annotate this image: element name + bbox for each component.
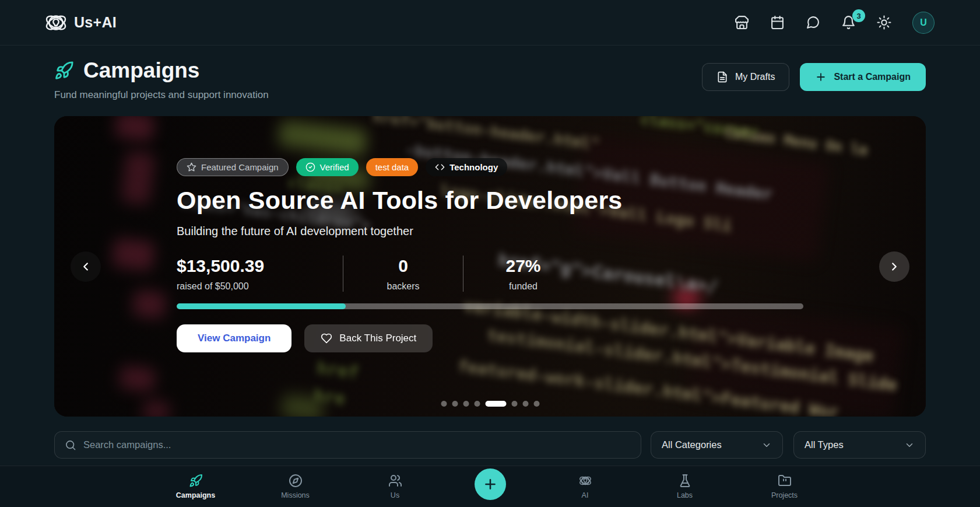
nav-label-projects: Projects bbox=[771, 491, 798, 499]
stat-funded: 27% funded bbox=[490, 256, 557, 292]
nav-item-missions[interactable]: Missions bbox=[275, 474, 316, 499]
stat-divider bbox=[343, 256, 343, 292]
start-campaign-button[interactable]: Start a Campaign bbox=[800, 63, 926, 91]
back-this-project-button[interactable]: Back This Project bbox=[304, 324, 433, 352]
chat-bubble-icon bbox=[806, 15, 820, 30]
nav-item-ai[interactable]: AI bbox=[565, 474, 606, 499]
progress-fill bbox=[177, 303, 346, 309]
topbar-actions: 3 U bbox=[735, 12, 935, 34]
view-campaign-button[interactable]: View Campaign bbox=[177, 324, 291, 352]
carousel-dot[interactable] bbox=[474, 401, 480, 407]
carousel-dot[interactable] bbox=[522, 401, 528, 407]
carousel-dot[interactable] bbox=[441, 401, 447, 407]
my-drafts-label: My Drafts bbox=[735, 72, 775, 82]
carousel-dot-active[interactable] bbox=[485, 401, 506, 407]
stat-divider bbox=[463, 256, 463, 292]
test-data-badge-label: test data bbox=[375, 162, 409, 172]
notifications-button[interactable]: 3 bbox=[841, 15, 856, 30]
rocket-icon bbox=[189, 474, 203, 488]
featured-campaign-carousel: href="button-header.html"class="cornerCo… bbox=[54, 116, 926, 417]
filters-row: All Categories All Types bbox=[54, 431, 926, 459]
category-badge-label: Technology bbox=[449, 162, 498, 172]
category-filter-value: All Categories bbox=[662, 439, 722, 450]
stat-raised: $13,500.39 raised of $50,000 bbox=[177, 256, 317, 292]
backers-label: backers bbox=[387, 281, 419, 292]
stat-backers: 0 backers bbox=[370, 256, 437, 292]
notification-count-badge: 3 bbox=[852, 9, 865, 22]
test-data-badge: test data bbox=[366, 158, 419, 176]
category-filter-select[interactable]: All Categories bbox=[651, 431, 783, 459]
chevron-left-icon bbox=[79, 260, 92, 273]
campaign-subtitle: Building the future of AI development to… bbox=[177, 225, 803, 238]
code-icon bbox=[435, 162, 445, 172]
search-box bbox=[54, 431, 641, 459]
nav-item-projects[interactable]: Projects bbox=[764, 474, 805, 499]
carousel-dot[interactable] bbox=[452, 401, 458, 407]
logo-text: Us+AI bbox=[74, 14, 117, 31]
backers-count: 0 bbox=[398, 256, 408, 276]
check-circle-icon bbox=[305, 162, 315, 172]
nav-label-campaigns: Campaigns bbox=[176, 491, 215, 499]
featured-badge-label: Featured Campaign bbox=[201, 162, 279, 172]
verified-badge: Verified bbox=[296, 158, 359, 176]
heart-icon bbox=[321, 333, 332, 344]
atom-lightbulb-icon bbox=[578, 474, 592, 488]
verified-badge-label: Verified bbox=[320, 162, 349, 172]
carousel-dot[interactable] bbox=[511, 401, 517, 407]
nav-item-labs[interactable]: Labs bbox=[665, 474, 705, 499]
plus-icon bbox=[483, 477, 498, 492]
folder-icon bbox=[778, 474, 792, 488]
hero-actions: View Campaign Back This Project bbox=[177, 324, 803, 352]
calendar-icon bbox=[770, 15, 785, 30]
plus-icon bbox=[815, 71, 827, 83]
search-icon bbox=[65, 439, 76, 451]
calendar-button[interactable] bbox=[770, 15, 785, 30]
create-button[interactable] bbox=[475, 468, 506, 500]
store-button[interactable] bbox=[735, 15, 749, 30]
nav-item-us[interactable]: Us bbox=[375, 474, 416, 499]
funded-label: funded bbox=[509, 281, 538, 292]
funding-progress-bar bbox=[177, 303, 803, 309]
page: { "topbar": { "logo_text": "Us+AI", "not… bbox=[0, 0, 980, 507]
chevron-right-icon bbox=[888, 260, 901, 273]
main-content: Campaigns Fund meaningful projects and s… bbox=[0, 58, 980, 459]
sun-icon bbox=[877, 15, 891, 30]
app-logo[interactable]: Us+AI bbox=[44, 11, 117, 35]
back-this-project-label: Back This Project bbox=[339, 333, 416, 344]
chevron-down-icon bbox=[904, 440, 915, 450]
my-drafts-button[interactable]: My Drafts bbox=[702, 63, 789, 91]
topbar: Us+AI bbox=[0, 0, 980, 46]
search-campaigns-input[interactable] bbox=[83, 439, 631, 450]
compass-icon bbox=[289, 474, 303, 488]
page-header: Campaigns Fund meaningful projects and s… bbox=[54, 58, 926, 101]
carousel-dots bbox=[441, 401, 539, 407]
start-campaign-label: Start a Campaign bbox=[834, 72, 911, 82]
theme-toggle-button[interactable] bbox=[877, 15, 891, 30]
type-filter-value: All Types bbox=[805, 439, 844, 450]
nav-label-ai: AI bbox=[582, 491, 589, 499]
chevron-down-icon bbox=[761, 440, 772, 450]
carousel-next-button[interactable] bbox=[879, 251, 909, 282]
user-avatar[interactable]: U bbox=[912, 12, 935, 34]
star-icon bbox=[187, 162, 196, 172]
document-icon bbox=[716, 71, 728, 83]
raised-amount: $13,500.39 bbox=[177, 256, 264, 276]
nav-label-us: Us bbox=[391, 491, 399, 499]
raised-label: raised of $50,000 bbox=[177, 281, 249, 292]
bottom-navigation: Campaigns Missions Us bbox=[0, 466, 980, 507]
page-title: Campaigns bbox=[83, 58, 199, 83]
page-title-block: Campaigns Fund meaningful projects and s… bbox=[54, 58, 269, 101]
carousel-dot[interactable] bbox=[533, 401, 539, 407]
users-icon bbox=[388, 474, 402, 488]
nav-label-labs: Labs bbox=[677, 491, 693, 499]
campaign-stats: $13,500.39 raised of $50,000 0 backers 2… bbox=[177, 256, 803, 292]
category-badge: Technology bbox=[426, 158, 507, 176]
messages-button[interactable] bbox=[806, 15, 820, 30]
atom-lightbulb-logo-icon bbox=[44, 11, 68, 35]
featured-campaign-badge: Featured Campaign bbox=[177, 158, 289, 176]
type-filter-select[interactable]: All Types bbox=[793, 431, 926, 459]
header-actions: My Drafts Start a Campaign bbox=[702, 63, 926, 91]
carousel-dot[interactable] bbox=[463, 401, 469, 407]
nav-item-campaigns[interactable]: Campaigns bbox=[175, 474, 216, 499]
carousel-prev-button[interactable] bbox=[71, 251, 101, 282]
